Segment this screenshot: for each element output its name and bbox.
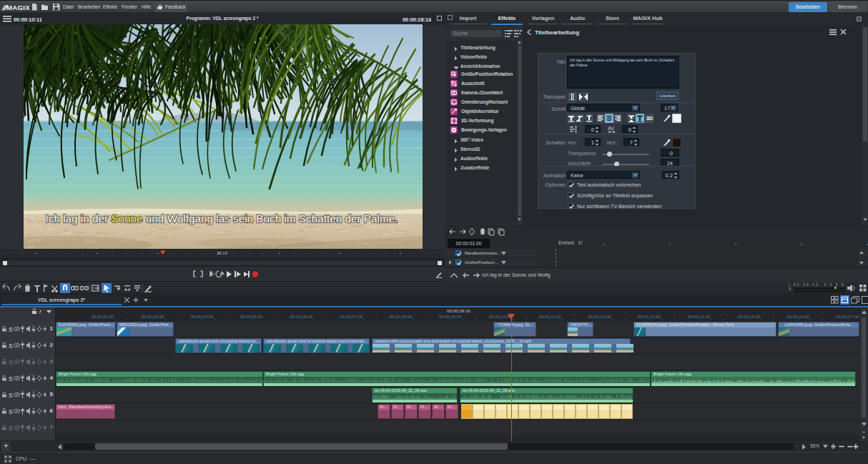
svg-text:AV: AV bbox=[608, 126, 614, 131]
svg-text:Ich lag in der Sonne und Wolfg: Ich lag in der Sonne und Wolfgang las se… bbox=[46, 212, 398, 224]
